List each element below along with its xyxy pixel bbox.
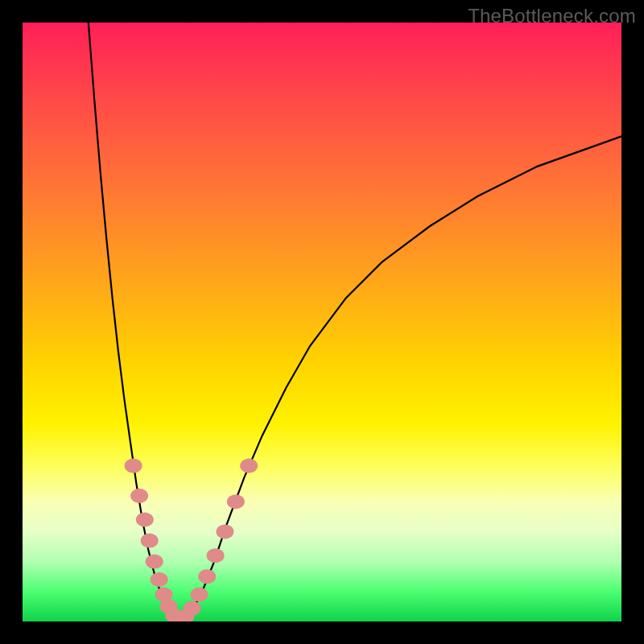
curve-marker [240,459,258,473]
curve-markers [125,459,258,621]
curve-marker [151,572,168,587]
curve-layer [23,23,621,621]
curve-marker [227,494,245,509]
curve-marker [141,534,159,548]
curve-marker [146,555,163,569]
watermark-text: TheBottleneck.com [468,5,636,27]
curve-marker [207,548,225,563]
plot-area [23,23,621,621]
bottleneck-curve [89,23,621,620]
curve-marker [130,489,148,503]
curve-marker [125,459,142,473]
curve-marker [184,601,201,616]
curve-marker [198,569,216,584]
chart-frame: TheBottleneck.com [0,0,644,644]
curve-marker [136,513,154,527]
curve-marker [191,588,208,602]
curve-marker [217,524,234,539]
